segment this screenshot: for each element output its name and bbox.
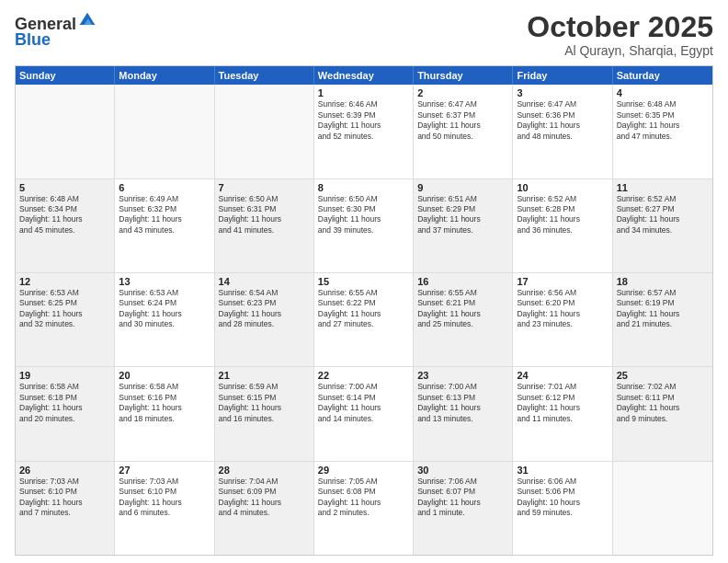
logo-icon [78,11,97,29]
cal-cell-0-6: 4Sunrise: 6:48 AM Sunset: 6:35 PM Daylig… [613,85,712,178]
day-number: 16 [417,276,508,287]
day-number: 31 [517,465,608,476]
cal-cell-2-1: 13Sunrise: 6:53 AM Sunset: 6:24 PM Dayli… [115,273,214,366]
day-number: 22 [318,370,409,381]
day-number: 10 [517,182,608,193]
subtitle: Al Qurayn, Sharqia, Egypt [527,43,713,58]
cal-cell-1-1: 6Sunrise: 6:49 AM Sunset: 6:32 PM Daylig… [115,179,214,272]
day-info: Sunrise: 6:49 AM Sunset: 6:32 PM Dayligh… [119,194,210,236]
month-title: October 2025 [527,11,713,43]
cal-cell-2-6: 18Sunrise: 6:57 AM Sunset: 6:19 PM Dayli… [613,273,712,366]
day-number: 7 [219,182,310,193]
cal-cell-3-0: 19Sunrise: 6:58 AM Sunset: 6:18 PM Dayli… [16,367,115,460]
cal-cell-4-2: 28Sunrise: 7:04 AM Sunset: 6:09 PM Dayli… [215,462,314,555]
cal-cell-0-0 [16,85,115,178]
cal-cell-2-3: 15Sunrise: 6:55 AM Sunset: 6:22 PM Dayli… [314,273,414,366]
day-number: 9 [417,182,508,193]
day-info: Sunrise: 6:47 AM Sunset: 6:37 PM Dayligh… [417,99,508,142]
cal-cell-0-2 [215,85,314,178]
calendar-row-2: 12Sunrise: 6:53 AM Sunset: 6:25 PM Dayli… [16,273,712,367]
day-info: Sunrise: 6:46 AM Sunset: 6:39 PM Dayligh… [318,99,409,142]
day-number: 5 [19,182,110,193]
day-number: 21 [219,370,310,381]
calendar: SundayMondayTuesdayWednesdayThursdayFrid… [15,65,713,556]
calendar-header: SundayMondayTuesdayWednesdayThursdayFrid… [16,66,712,85]
day-info: Sunrise: 7:02 AM Sunset: 6:11 PM Dayligh… [617,382,709,424]
header: General Blue October 2025 Al Qurayn, Sha… [15,11,713,58]
header-day-friday: Friday [513,66,612,85]
cal-cell-0-4: 2Sunrise: 6:47 AM Sunset: 6:37 PM Daylig… [414,85,513,178]
day-info: Sunrise: 6:50 AM Sunset: 6:30 PM Dayligh… [318,194,409,236]
cal-cell-2-5: 17Sunrise: 6:56 AM Sunset: 6:20 PM Dayli… [513,273,612,366]
cal-cell-1-5: 10Sunrise: 6:52 AM Sunset: 6:28 PM Dayli… [513,179,612,272]
day-info: Sunrise: 6:50 AM Sunset: 6:31 PM Dayligh… [219,194,310,236]
cal-cell-1-3: 8Sunrise: 6:50 AM Sunset: 6:30 PM Daylig… [314,179,414,272]
day-number: 1 [318,87,409,98]
day-info: Sunrise: 6:06 AM Sunset: 5:06 PM Dayligh… [517,477,608,519]
day-number: 11 [617,182,709,193]
cal-cell-0-5: 3Sunrise: 6:47 AM Sunset: 6:36 PM Daylig… [513,85,612,178]
cal-cell-1-4: 9Sunrise: 6:51 AM Sunset: 6:29 PM Daylig… [414,179,513,272]
cal-cell-3-4: 23Sunrise: 7:00 AM Sunset: 6:13 PM Dayli… [414,367,513,460]
day-number: 13 [119,276,210,287]
day-info: Sunrise: 7:05 AM Sunset: 6:08 PM Dayligh… [318,477,409,519]
day-info: Sunrise: 6:58 AM Sunset: 6:18 PM Dayligh… [19,382,110,424]
cal-cell-1-2: 7Sunrise: 6:50 AM Sunset: 6:31 PM Daylig… [215,179,314,272]
day-number: 28 [219,465,310,476]
cal-cell-2-0: 12Sunrise: 6:53 AM Sunset: 6:25 PM Dayli… [16,273,115,366]
day-number: 20 [119,370,210,381]
cal-cell-3-1: 20Sunrise: 6:58 AM Sunset: 6:16 PM Dayli… [115,367,214,460]
cal-cell-4-0: 26Sunrise: 7:03 AM Sunset: 6:10 PM Dayli… [16,462,115,555]
calendar-row-0: 1Sunrise: 6:46 AM Sunset: 6:39 PM Daylig… [16,85,712,178]
cal-cell-2-4: 16Sunrise: 6:55 AM Sunset: 6:21 PM Dayli… [414,273,513,366]
day-number: 30 [417,465,508,476]
day-info: Sunrise: 6:52 AM Sunset: 6:28 PM Dayligh… [517,194,608,236]
cal-cell-4-4: 30Sunrise: 7:06 AM Sunset: 6:07 PM Dayli… [414,462,513,555]
title-area: October 2025 Al Qurayn, Sharqia, Egypt [527,11,713,58]
day-info: Sunrise: 7:03 AM Sunset: 6:10 PM Dayligh… [19,477,110,519]
day-info: Sunrise: 6:51 AM Sunset: 6:29 PM Dayligh… [417,194,508,236]
header-day-tuesday: Tuesday [215,66,314,85]
day-number: 18 [617,276,709,287]
day-number: 15 [318,276,409,287]
day-number: 3 [517,87,608,98]
header-day-monday: Monday [115,66,214,85]
day-number: 2 [417,87,508,98]
day-number: 6 [119,182,210,193]
day-info: Sunrise: 7:00 AM Sunset: 6:14 PM Dayligh… [318,382,409,424]
day-number: 24 [517,370,608,381]
day-info: Sunrise: 7:00 AM Sunset: 6:13 PM Dayligh… [417,382,508,424]
cal-cell-1-0: 5Sunrise: 6:48 AM Sunset: 6:34 PM Daylig… [16,179,115,272]
day-number: 25 [617,370,709,381]
day-number: 12 [19,276,110,287]
day-info: Sunrise: 7:04 AM Sunset: 6:09 PM Dayligh… [219,477,310,519]
day-info: Sunrise: 6:52 AM Sunset: 6:27 PM Dayligh… [617,194,709,236]
cal-cell-4-5: 31Sunrise: 6:06 AM Sunset: 5:06 PM Dayli… [513,462,612,555]
day-info: Sunrise: 6:57 AM Sunset: 6:19 PM Dayligh… [617,288,709,330]
cal-cell-4-6 [613,462,712,555]
day-number: 23 [417,370,508,381]
day-info: Sunrise: 6:55 AM Sunset: 6:21 PM Dayligh… [417,288,508,330]
day-info: Sunrise: 6:48 AM Sunset: 6:34 PM Dayligh… [19,194,110,236]
day-info: Sunrise: 7:03 AM Sunset: 6:10 PM Dayligh… [119,477,210,519]
calendar-row-1: 5Sunrise: 6:48 AM Sunset: 6:34 PM Daylig… [16,179,712,273]
day-number: 8 [318,182,409,193]
calendar-body: 1Sunrise: 6:46 AM Sunset: 6:39 PM Daylig… [16,85,712,555]
day-info: Sunrise: 6:56 AM Sunset: 6:20 PM Dayligh… [517,288,608,330]
cal-cell-3-5: 24Sunrise: 7:01 AM Sunset: 6:12 PM Dayli… [513,367,612,460]
day-info: Sunrise: 6:53 AM Sunset: 6:24 PM Dayligh… [119,288,210,330]
day-info: Sunrise: 6:53 AM Sunset: 6:25 PM Dayligh… [19,288,110,330]
cal-cell-2-2: 14Sunrise: 6:54 AM Sunset: 6:23 PM Dayli… [215,273,314,366]
day-info: Sunrise: 6:48 AM Sunset: 6:35 PM Dayligh… [617,99,709,142]
day-info: Sunrise: 7:06 AM Sunset: 6:07 PM Dayligh… [417,477,508,519]
day-info: Sunrise: 6:47 AM Sunset: 6:36 PM Dayligh… [517,99,608,142]
day-number: 26 [19,465,110,476]
cal-cell-0-1 [115,85,214,178]
day-info: Sunrise: 7:01 AM Sunset: 6:12 PM Dayligh… [517,382,608,424]
cal-cell-3-3: 22Sunrise: 7:00 AM Sunset: 6:14 PM Dayli… [314,367,414,460]
logo-blue-text: Blue [15,30,51,50]
header-day-saturday: Saturday [613,66,712,85]
header-day-wednesday: Wednesday [314,66,414,85]
header-day-sunday: Sunday [16,66,115,85]
cal-cell-4-3: 29Sunrise: 7:05 AM Sunset: 6:08 PM Dayli… [314,462,414,555]
